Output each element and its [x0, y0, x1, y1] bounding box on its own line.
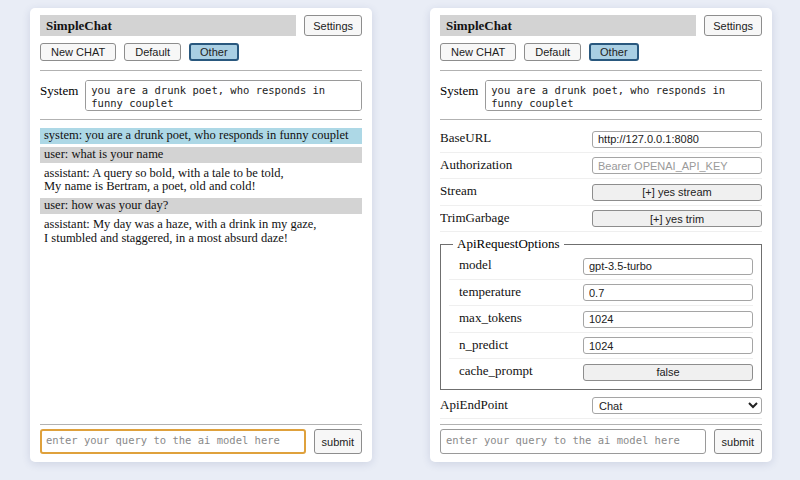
stream-label: Stream	[440, 183, 477, 199]
setting-row-trimgarbage: TrimGarbage [+] yes trim	[440, 206, 762, 233]
setting-row-api-endpoint: ApiEndPoint Chat	[440, 393, 762, 420]
cache-prompt-toggle-button[interactable]: false	[583, 364, 753, 381]
setting-row-model: model	[449, 253, 753, 280]
model-input[interactable]	[583, 258, 753, 275]
new-chat-button[interactable]: New CHAT	[40, 43, 116, 61]
trimgarbage-label: TrimGarbage	[440, 210, 510, 226]
system-label: System	[440, 80, 478, 111]
message-user: user: what is your name	[40, 147, 362, 163]
stream-toggle-button[interactable]: [+] yes stream	[592, 184, 762, 201]
submit-button[interactable]: submit	[714, 429, 762, 454]
divider	[440, 70, 762, 71]
settings-panel: SimpleChat Settings New CHAT Default Oth…	[430, 8, 772, 462]
divider	[440, 119, 762, 120]
authorization-label: Authorization	[440, 157, 512, 173]
query-row: submit	[40, 429, 362, 454]
system-row: System you are a drunk poet, who respond…	[440, 80, 762, 111]
n-predict-label: n_predict	[459, 337, 508, 353]
message-system: system: you are a drunk poet, who respon…	[40, 128, 362, 144]
query-input[interactable]	[440, 429, 706, 454]
api-request-options-fieldset: ApiRequestOptions model temperature max_…	[440, 236, 762, 390]
system-prompt-input[interactable]: you are a drunk poet, who responds in fu…	[485, 80, 762, 111]
message-user: user: how was your day?	[40, 198, 362, 214]
system-prompt-input[interactable]: you are a drunk poet, who responds in fu…	[85, 80, 362, 111]
temperature-label: temperature	[459, 284, 521, 300]
max-tokens-input[interactable]	[583, 311, 753, 328]
setting-row-baseurl: BaseURL	[440, 126, 762, 153]
max-tokens-label: max_tokens	[459, 310, 522, 326]
session-button-other[interactable]: Other	[589, 43, 639, 61]
title-row: SimpleChat Settings	[440, 15, 762, 36]
title-row: SimpleChat Settings	[40, 15, 362, 36]
settings-button[interactable]: Settings	[304, 15, 362, 36]
setting-row-max-tokens: max_tokens	[449, 306, 753, 333]
setting-row-cache-prompt: cache_prompt false	[449, 359, 753, 385]
app-title: SimpleChat	[440, 15, 696, 36]
trimgarbage-toggle-button[interactable]: [+] yes trim	[592, 210, 762, 227]
settings-list: BaseURL Authorization Stream [+] yes str…	[440, 124, 762, 420]
setting-row-authorization: Authorization	[440, 153, 762, 180]
system-label: System	[40, 80, 78, 111]
model-label: model	[459, 257, 492, 273]
session-button-other[interactable]: Other	[189, 43, 239, 61]
message-assistant: assistant: My day was a haze, with a dri…	[40, 217, 362, 247]
setting-row-temperature: temperature	[449, 280, 753, 307]
message-assistant: assistant: A query so bold, with a tale …	[40, 166, 362, 196]
api-endpoint-label: ApiEndPoint	[440, 397, 508, 413]
chat-panel: SimpleChat Settings New CHAT Default Oth…	[30, 8, 372, 462]
system-row: System you are a drunk poet, who respond…	[40, 80, 362, 111]
baseurl-label: BaseURL	[440, 130, 491, 146]
chat-messages: system: you are a drunk poet, who respon…	[40, 124, 362, 420]
submit-button[interactable]: submit	[314, 429, 362, 454]
baseurl-input[interactable]	[592, 131, 762, 148]
session-button-default[interactable]: Default	[524, 43, 581, 61]
settings-button[interactable]: Settings	[704, 15, 762, 36]
divider	[40, 424, 362, 425]
query-row: submit	[440, 429, 762, 454]
api-request-options-legend: ApiRequestOptions	[453, 236, 564, 252]
session-button-default[interactable]: Default	[124, 43, 181, 61]
divider	[40, 119, 362, 120]
n-predict-input[interactable]	[583, 337, 753, 354]
stage: SimpleChat Settings New CHAT Default Oth…	[0, 0, 800, 480]
session-buttons: New CHAT Default Other	[440, 43, 762, 61]
api-endpoint-select[interactable]: Chat	[592, 397, 762, 414]
query-input[interactable]	[40, 429, 306, 454]
query-block: submit	[440, 420, 762, 454]
authorization-input[interactable]	[592, 157, 762, 174]
temperature-input[interactable]	[583, 284, 753, 301]
divider	[40, 70, 362, 71]
divider	[440, 424, 762, 425]
setting-row-stream: Stream [+] yes stream	[440, 179, 762, 206]
query-block: submit	[40, 420, 362, 454]
app-title: SimpleChat	[40, 15, 296, 36]
setting-row-n-predict: n_predict	[449, 333, 753, 360]
cache-prompt-label: cache_prompt	[459, 363, 533, 379]
session-buttons: New CHAT Default Other	[40, 43, 362, 61]
new-chat-button[interactable]: New CHAT	[440, 43, 516, 61]
